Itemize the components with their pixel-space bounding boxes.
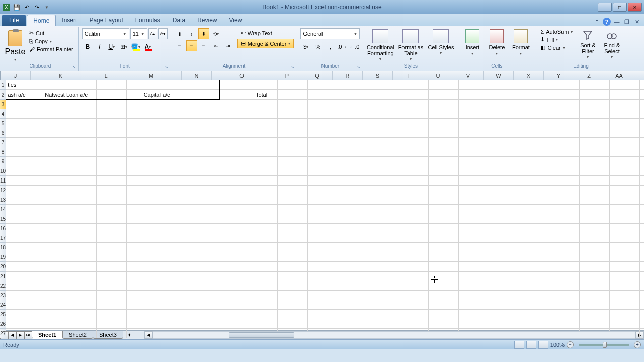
cell[interactable] bbox=[127, 186, 187, 195]
cell[interactable] bbox=[308, 243, 338, 252]
cell[interactable] bbox=[368, 214, 398, 224]
excel-icon[interactable]: X bbox=[2, 3, 11, 12]
cell[interactable] bbox=[580, 90, 610, 100]
cell[interactable] bbox=[6, 233, 36, 243]
cell[interactable] bbox=[217, 300, 278, 310]
cell[interactable] bbox=[640, 224, 644, 233]
cell[interactable] bbox=[308, 252, 338, 262]
cell[interactable] bbox=[519, 310, 549, 319]
cell[interactable] bbox=[429, 157, 459, 166]
cell[interactable] bbox=[308, 119, 338, 128]
cell[interactable] bbox=[338, 157, 368, 166]
cell[interactable] bbox=[278, 166, 308, 176]
find-select-button[interactable]: Find & Select▾ bbox=[601, 28, 623, 63]
cell[interactable] bbox=[97, 329, 127, 338]
cell[interactable] bbox=[519, 291, 549, 300]
column-header[interactable]: K bbox=[31, 71, 91, 80]
cell[interactable] bbox=[610, 252, 640, 262]
cell[interactable] bbox=[217, 176, 278, 186]
cell[interactable] bbox=[308, 80, 338, 90]
tab-view[interactable]: View bbox=[223, 15, 249, 26]
cell[interactable] bbox=[610, 100, 640, 109]
cell[interactable] bbox=[368, 176, 398, 186]
cell[interactable] bbox=[217, 272, 278, 281]
cell[interactable] bbox=[36, 100, 97, 109]
cell[interactable] bbox=[338, 166, 368, 176]
cell[interactable] bbox=[610, 300, 640, 310]
cell[interactable] bbox=[610, 281, 640, 291]
cell[interactable] bbox=[459, 243, 489, 252]
cell[interactable] bbox=[6, 281, 36, 291]
cell[interactable] bbox=[610, 166, 640, 176]
cell[interactable] bbox=[127, 310, 187, 319]
cell[interactable] bbox=[398, 176, 429, 186]
cell[interactable] bbox=[36, 157, 97, 166]
cell[interactable] bbox=[217, 109, 278, 119]
cell[interactable] bbox=[308, 138, 338, 147]
cell[interactable] bbox=[368, 166, 398, 176]
cell[interactable] bbox=[368, 119, 398, 128]
cell[interactable] bbox=[278, 80, 308, 90]
cell[interactable] bbox=[278, 138, 308, 147]
cell[interactable] bbox=[338, 100, 368, 109]
clipboard-dialog-icon[interactable]: ↘ bbox=[72, 65, 77, 70]
cell[interactable] bbox=[97, 310, 127, 319]
cell[interactable] bbox=[519, 214, 549, 224]
cell[interactable] bbox=[6, 119, 36, 128]
cell[interactable] bbox=[308, 186, 338, 195]
cell[interactable] bbox=[308, 310, 338, 319]
cell[interactable] bbox=[6, 214, 36, 224]
redo-icon[interactable]: ↷ bbox=[32, 3, 41, 12]
cell[interactable] bbox=[97, 80, 127, 90]
cell[interactable] bbox=[187, 214, 217, 224]
cell[interactable] bbox=[97, 281, 127, 291]
cell[interactable] bbox=[278, 272, 308, 281]
cell[interactable] bbox=[459, 319, 489, 329]
cell[interactable] bbox=[308, 214, 338, 224]
cell[interactable] bbox=[398, 138, 429, 147]
row-header[interactable]: 8 bbox=[0, 147, 6, 157]
cell[interactable] bbox=[187, 243, 217, 252]
row-header[interactable]: 21 bbox=[0, 272, 6, 281]
cell[interactable] bbox=[36, 291, 97, 300]
row-header[interactable]: 26 bbox=[0, 319, 6, 329]
cell[interactable] bbox=[640, 195, 644, 205]
cell[interactable] bbox=[36, 262, 97, 272]
cell[interactable] bbox=[6, 319, 36, 329]
cell[interactable] bbox=[368, 243, 398, 252]
cell[interactable] bbox=[398, 100, 429, 109]
conditional-formatting-button[interactable]: Conditional Formatting▾ bbox=[366, 28, 394, 63]
cell[interactable] bbox=[338, 281, 368, 291]
cell[interactable] bbox=[429, 233, 459, 243]
cell[interactable] bbox=[429, 109, 459, 119]
align-left-button[interactable]: ≡ bbox=[174, 40, 185, 51]
cell[interactable] bbox=[459, 233, 489, 243]
row-header[interactable]: 20 bbox=[0, 262, 6, 272]
cell[interactable] bbox=[640, 300, 644, 310]
cell[interactable] bbox=[580, 262, 610, 272]
cell[interactable] bbox=[549, 100, 580, 109]
cell[interactable] bbox=[36, 176, 97, 186]
cell[interactable] bbox=[36, 138, 97, 147]
cell[interactable] bbox=[459, 100, 489, 109]
row-header[interactable]: 13 bbox=[0, 195, 6, 205]
cell[interactable] bbox=[549, 272, 580, 281]
cell[interactable] bbox=[97, 186, 127, 195]
italic-button[interactable]: I bbox=[94, 41, 105, 52]
cell[interactable] bbox=[338, 80, 368, 90]
cell[interactable] bbox=[580, 291, 610, 300]
cell[interactable] bbox=[398, 128, 429, 138]
cell[interactable] bbox=[217, 233, 278, 243]
cell[interactable] bbox=[217, 319, 278, 329]
cell[interactable] bbox=[368, 128, 398, 138]
cell[interactable] bbox=[127, 128, 187, 138]
format-as-table-button[interactable]: Format as Table▾ bbox=[396, 28, 425, 63]
cell[interactable] bbox=[549, 80, 580, 90]
cell[interactable] bbox=[398, 233, 429, 243]
cell[interactable] bbox=[640, 186, 644, 195]
cell[interactable] bbox=[549, 205, 580, 214]
cell[interactable] bbox=[187, 224, 217, 233]
cell[interactable] bbox=[640, 272, 644, 281]
cell[interactable] bbox=[127, 214, 187, 224]
cell[interactable] bbox=[187, 166, 217, 176]
